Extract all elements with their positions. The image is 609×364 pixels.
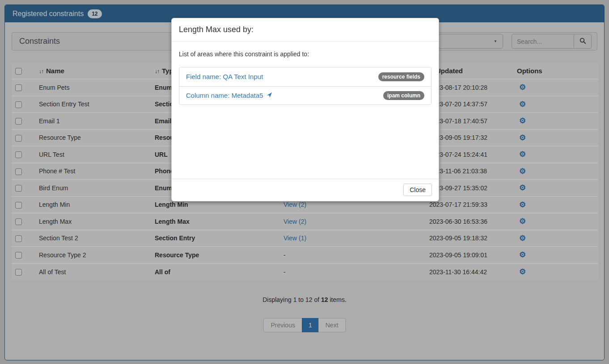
modal-title: Length Max used by: — [179, 25, 431, 34]
used-by-list-item: Field name: QA Text Inputresource fields — [179, 67, 431, 86]
modal-footer: Close — [172, 179, 439, 201]
used-by-item-label: Column name: Metadata5 — [186, 92, 263, 99]
close-button[interactable]: Close — [403, 184, 432, 196]
modal-body: List of areas where this constraint is a… — [172, 42, 439, 179]
used-by-list: Field name: QA Text Inputresource fields… — [179, 67, 431, 105]
modal-description: List of areas where this constraint is a… — [179, 50, 431, 58]
area-badge: ipam column — [383, 91, 424, 100]
modal-header: Length Max used by: — [172, 18, 439, 42]
used-by-item-link[interactable]: Column name: Metadata5 — [186, 92, 272, 99]
jump-arrow-icon — [266, 92, 272, 99]
used-by-item-label: Field name: QA Text Input — [186, 73, 263, 80]
used-by-item-link[interactable]: Field name: QA Text Input — [186, 73, 263, 80]
area-badge: resource fields — [378, 72, 424, 81]
used-by-modal: Length Max used by: List of areas where … — [171, 18, 439, 201]
used-by-list-item: Column name: Metadata5ipam column — [179, 86, 431, 105]
